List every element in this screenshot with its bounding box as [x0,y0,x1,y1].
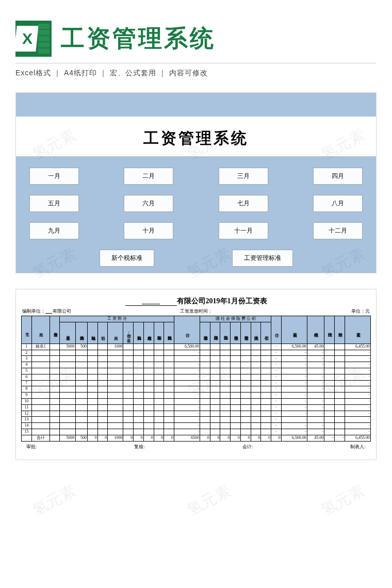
col-税前工资: 税前工资 [281,316,307,344]
table-row: 14----- [22,423,371,429]
col-话补: 话补 [97,322,108,344]
table-row: 6----- [22,374,371,380]
col-实发工资: 实发工资 [345,316,370,344]
salary-standard-button[interactable]: 工资管理标准 [232,250,293,267]
month-button[interactable]: 十一月 [219,222,268,239]
month-button[interactable]: 五月 [29,195,79,212]
col-房补: 房补 [108,322,123,344]
col-heji: 合计 [174,316,200,344]
salary-sheet-card: 有限公司2019年1月份工资表 编制单位： 有限公司 工资发放时间： 单位：元 … [15,289,377,460]
col-地域补贴: 地域补贴 [87,322,97,344]
col-大病医疗: 大病医疗 [251,322,261,344]
col-公积金: 公积金 [261,322,271,344]
month-button[interactable]: 六月 [124,195,173,212]
org-label: 编制单位： [22,308,45,314]
sheet-title: 有限公司2019年1月份工资表 [21,297,371,306]
sheet-footer: 审批:复核:会计:制表人: [21,444,371,450]
month-button[interactable]: 九月 [29,222,79,239]
col-岗位津贴: 岗位津贴 [75,322,87,344]
col-失业保险: 失业保险 [231,322,241,344]
col-绩效考核: 绩效考核 [143,322,154,344]
salary-table: 工号姓名身份证号工 资 部 分合计缴 社 会 保 险 费 公 积合计税前工资代缴… [21,316,371,442]
table-row: 11----- [22,404,371,411]
month-grid: 一月二月三月四月五月六月七月八月九月十月十一月十二月 新个税标准 工资管理标准 [16,156,376,273]
paydate-label: 工资发放时间： [180,308,213,314]
footer-label: 制表人: [350,444,366,450]
month-button[interactable]: 七月 [219,195,268,212]
col-养老保险: 养老保险 [200,322,210,344]
col-姓名: 姓名 [31,316,50,344]
excel-icon: X [15,21,52,57]
table-row: 10----- [22,398,371,404]
table-row: 15----- [22,429,371,435]
col-基本工资: 基本工资 [60,322,75,344]
table-row: 2----- [22,350,371,356]
col-请假扣款: 请假扣款 [154,322,164,344]
month-button[interactable]: 二月 [124,168,173,185]
top-band [16,93,376,117]
col-医疗保险: 医疗保险 [210,322,220,344]
divider [15,63,377,63]
col-借款扣: 借款扣 [334,316,345,344]
col-代缴个税: 代缴个税 [307,316,324,344]
system-title: 工资管理系统 [27,128,365,149]
table-row: 7----- [22,380,371,386]
table-row: 4----- [22,362,371,368]
month-button[interactable]: 四月 [313,168,363,185]
col-身份证号: 身份证号 [50,316,60,344]
org-name: 有限公司 [53,308,71,314]
table-row: 9----- [22,393,371,399]
col-heji2: 合计 [271,316,282,344]
month-selector-card: 工资管理系统 一月二月三月四月五月六月七月八月九月十月十一月十二月 新个税标准 … [15,92,377,273]
month-button[interactable]: 一月 [29,168,79,185]
group-salary: 工 资 部 分 [60,316,174,322]
footer-label: 复核: [134,444,145,450]
col-其他补贴: 其他补贴 [134,322,144,344]
total-row: 合计5000500001000000006500000000006,500.00… [22,435,371,441]
col-其他扣款: 其他扣款 [164,322,174,344]
table-row: 12----- [22,411,371,417]
standard-tax-button[interactable]: 新个税标准 [100,250,154,267]
table-row: 5----- [22,368,371,374]
col-代缴除: 代缴除 [324,316,335,344]
footer-label: 会计: [242,444,253,450]
sheet-meta: 编制单位： 有限公司 工资发放时间： 单位：元 [21,308,371,315]
col-佣金/奖金: 佣金/奖金 [123,322,134,344]
system-title-wrap: 工资管理系统 [20,121,372,156]
month-button[interactable]: 三月 [219,168,268,185]
unit-label: 单位：元 [254,308,370,315]
table-row: 1姓名1500050010006,500.00-6,500.0045.006,4… [22,344,371,350]
month-button[interactable]: 八月 [313,195,363,212]
table-row: 13----- [22,417,371,423]
header: X 工资管理系统 [15,21,377,57]
table-row: 8----- [22,386,371,393]
sheet-title-text: 有限公司2019年1月份工资表 [177,297,267,305]
col-工伤保险: 工伤保险 [220,322,231,344]
footer-label: 审批: [26,444,37,450]
meta-line: Excel格式 ｜ A4纸打印 ｜ 宏、公式套用 ｜ 内容可修改 [15,69,377,78]
month-button[interactable]: 十二月 [313,222,363,239]
group-insurance: 缴 社 会 保 险 费 公 积 [200,316,271,322]
page-title: 工资管理系统 [61,23,216,55]
col-生育保险: 生育保险 [240,322,251,344]
table-row: 3----- [22,356,371,362]
col-工号: 工号 [22,316,32,344]
month-button[interactable]: 十月 [124,222,173,239]
